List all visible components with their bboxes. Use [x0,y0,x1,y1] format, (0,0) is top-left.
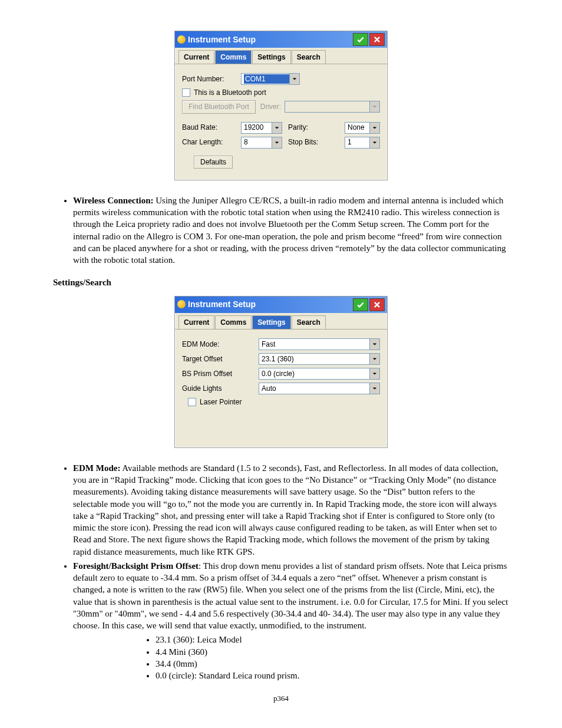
body-list: EDM Mode: Available methods are Standard… [53,462,509,682]
list-item: EDM Mode: Available methods are Standard… [73,462,509,558]
prism-offset-body: : This drop down menu provides a list of… [73,561,508,630]
tab-settings[interactable]: Settings [252,315,290,329]
chevron-down-icon [289,74,299,84]
chevron-down-icon [272,137,282,148]
wireless-connection-body: Using the Juniper Allegro CE/RCS, a buil… [73,196,506,265]
bs-prism-offset-label: BS Prism Offset [182,369,259,378]
char-length-label: Char Length: [182,137,241,147]
cancel-button[interactable] [369,298,385,311]
char-length-combo[interactable]: 8 [241,137,282,149]
ok-button[interactable] [353,33,368,46]
chevron-down-icon [369,339,379,350]
list-item: 4.4 Mini (360) [156,646,509,658]
port-number-combo[interactable]: COM1 [241,73,300,85]
wireless-connection-lead: Wireless Connection: [73,196,154,205]
prism-offset-lead: Foresight/Backsight Prism Offset [73,561,199,571]
stop-bits-label: Stop Bits: [288,137,318,147]
tab-search[interactable]: Search [292,315,326,329]
chevron-down-icon [369,101,379,112]
driver-label: Driver: [260,102,281,111]
tab-search[interactable]: Search [292,50,326,64]
cancel-button[interactable] [369,33,385,46]
edm-mode-combo[interactable]: Fast [259,338,380,350]
edm-mode-lead: EDM Mode: [73,463,120,473]
driver-combo [285,101,380,113]
bs-prism-offset-combo[interactable]: 0.0 (circle) [259,368,380,380]
bluetooth-checkbox[interactable]: This is a Bluetooth port [182,88,266,97]
stop-bits-combo[interactable]: 1 [345,137,380,149]
tab-comms[interactable]: Comms [215,315,252,329]
app-icon [177,300,186,308]
parity-combo[interactable]: None [345,122,380,134]
chevron-down-icon [369,383,379,394]
edm-mode-body: Available methods are Standard (1.5 to 2… [73,463,498,556]
list-item: 0.0 (circle): Standard Leica round prism… [156,670,509,681]
tab-current[interactable]: Current [178,315,214,329]
chevron-down-icon [369,137,379,148]
guide-lights-label: Guide Lights [182,384,259,393]
baud-rate-label: Baud Rate: [182,123,241,132]
chevron-down-icon [369,368,379,379]
dialog-title: Instrument Setup [188,299,256,310]
tab-current[interactable]: Current [178,50,214,64]
tab-comms[interactable]: Comms [215,50,252,64]
list-item: 23.1 (360): Leica Model [156,634,509,645]
chevron-down-icon [369,123,379,133]
chevron-down-icon [369,354,379,364]
laser-pointer-checkbox[interactable]: Laser Pointer [188,397,242,407]
page-number: p364 [53,693,509,704]
chevron-down-icon [272,123,282,133]
body-list: Wireless Connection: Using the Juniper A… [53,195,509,266]
section-heading: Settings/Search [53,276,509,288]
app-icon [177,35,186,44]
baud-rate-combo[interactable]: 19200 [241,122,282,134]
instrument-setup-dialog-comms: Instrument Setup Current Comms Settings … [174,31,388,180]
titlebar: Instrument Setup [175,31,387,48]
instrument-setup-dialog-settings: Instrument Setup Current Comms Settings … [174,296,388,448]
titlebar: Instrument Setup [175,297,387,313]
find-bluetooth-button[interactable]: Find Bluetooth Port [182,100,256,113]
parity-label: Parity: [288,123,308,132]
dialog-title: Instrument Setup [188,34,256,45]
defaults-button[interactable]: Defaults [194,156,233,169]
list-item: Wireless Connection: Using the Juniper A… [73,195,509,266]
port-number-label: Port Number: [182,74,241,84]
guide-lights-combo[interactable]: Auto [259,383,380,394]
ok-button[interactable] [353,298,368,311]
target-offset-combo[interactable]: 23.1 (360) [259,353,380,365]
list-item: Foresight/Backsight Prism Offset: This d… [73,560,509,682]
list-item: 34.4 (0mm) [156,658,509,670]
prism-offset-sublist: 23.1 (360): Leica Model 4.4 Mini (360) 3… [73,634,509,681]
edm-mode-label: EDM Mode: [182,340,259,349]
target-offset-label: Target Offset [182,354,259,364]
tab-settings[interactable]: Settings [252,50,290,64]
